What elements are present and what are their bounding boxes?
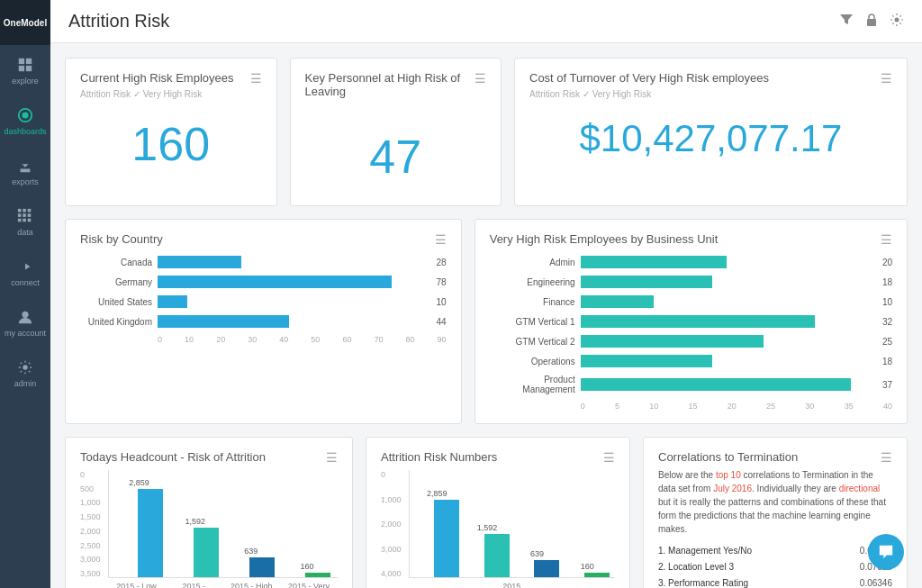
sidebar: OneModel explore dashboards exports data… <box>0 0 50 588</box>
risk-country-menu[interactable]: ☰ <box>435 232 447 247</box>
headcount-menu[interactable]: ☰ <box>326 450 338 465</box>
bar-value: 78 <box>437 277 447 287</box>
bu-bar <box>581 256 728 268</box>
correlations-menu[interactable]: ☰ <box>881 450 892 465</box>
headcount-vbar-val: 160 <box>300 562 313 571</box>
bar-value: 10 <box>437 297 447 307</box>
exports-icon <box>16 157 34 175</box>
sidebar-item-exports[interactable]: exports <box>0 146 50 196</box>
headcount-xlabel: 2015 - Low Risk <box>108 582 166 588</box>
kpi-value-3: $10,427,077.17 <box>529 108 892 169</box>
bar-label: Canada <box>80 258 152 267</box>
kpi-subtitle-1: Attrition Risk ✓ Very High Risk <box>80 89 262 99</box>
kpi-menu-2[interactable]: ☰ <box>475 71 486 86</box>
attrition-vbar-group: 160 <box>565 562 610 577</box>
kpi-value-2: 47 <box>305 121 487 193</box>
kpi-menu-3[interactable]: ☰ <box>881 71 892 86</box>
attrition-vbar-group: 1,592 <box>465 523 510 577</box>
sidebar-item-connect[interactable]: connect <box>0 247 50 297</box>
svg-rect-8 <box>28 208 32 212</box>
bu-chart: Admin 20 Engineering 18 Finance 10 GTM V… <box>490 256 892 394</box>
bu-bar-label: Operations <box>490 357 575 366</box>
kpi-subtitle-2 <box>305 102 487 112</box>
headcount-vbar-group: 160 <box>284 562 330 577</box>
main-content: Attrition Risk Current High Risk Employe… <box>50 0 922 588</box>
bar-label: United States <box>80 297 152 307</box>
risk-country-chart: Canada 28 Germany 78 United States 10 Un… <box>80 256 447 328</box>
svg-point-16 <box>23 365 27 369</box>
bar-label: Germany <box>80 277 152 287</box>
bu-bar-container <box>581 295 873 308</box>
headcount-attrition-card: Todays Headcount - Risk of Attrition ☰ 3… <box>65 437 353 588</box>
sidebar-logo[interactable]: OneModel <box>0 0 50 45</box>
bu-bar-row: Admin 20 <box>490 256 892 268</box>
sidebar-item-my-account[interactable]: my account <box>0 297 50 348</box>
dashboard: Current High Risk Employees ☰ Attrition … <box>50 43 922 588</box>
correlation-item: 2. Location Level 30.07029 <box>658 559 892 575</box>
bar-label: United Kingdom <box>80 317 152 327</box>
bu-bar-value: 32 <box>882 317 892 327</box>
bottom-row: Todays Headcount - Risk of Attrition ☰ 3… <box>65 437 908 588</box>
kpi-value-1: 160 <box>80 108 262 180</box>
bu-bar-label: GTM Vertical 2 <box>490 337 575 347</box>
correlation-item: 1. Management Yes/No0.07933 <box>658 543 892 559</box>
attrition-y-axis: 4,0003,0002,0001,0000 <box>381 470 405 578</box>
bar-container <box>158 256 428 268</box>
attrition-vbar-val: 160 <box>581 562 594 571</box>
attrition-vbar-val: 639 <box>530 549 544 558</box>
grid-icon <box>16 56 34 74</box>
page-title: Attrition Risk <box>68 11 169 32</box>
page-header: Attrition Risk <box>50 0 922 43</box>
attrition-risk-menu[interactable]: ☰ <box>603 450 615 465</box>
headcount-vbar <box>249 557 275 577</box>
svg-rect-0 <box>19 58 24 63</box>
bu-bar-container <box>581 256 873 268</box>
bu-bar-label: Product Management <box>490 375 575 394</box>
attrition-vbar <box>434 500 459 577</box>
svg-point-5 <box>22 112 28 118</box>
bu-bar <box>581 295 654 308</box>
correlations-title: Correlations to Termination <box>658 450 798 464</box>
headcount-vbar <box>138 489 163 577</box>
bar-container <box>158 315 428 328</box>
bu-chart-axis: 0510152025303540 <box>490 402 892 411</box>
bar <box>158 315 289 328</box>
correlation-item: 3. Performance Rating0.06346 <box>658 575 892 588</box>
sidebar-item-dashboards[interactable]: dashboards <box>0 95 50 146</box>
settings-icon[interactable] <box>890 13 904 30</box>
svg-rect-9 <box>18 213 22 217</box>
svg-rect-10 <box>23 213 26 217</box>
bu-bar-value: 37 <box>882 380 892 390</box>
lock-icon[interactable] <box>864 13 879 30</box>
sidebar-item-admin[interactable]: admin <box>0 348 50 398</box>
svg-rect-12 <box>18 218 22 222</box>
filter-icon[interactable] <box>839 13 854 30</box>
sidebar-item-data[interactable]: data <box>0 196 50 247</box>
bar-row: Canada 28 <box>80 256 447 268</box>
bar-container <box>158 295 428 308</box>
attrition-vbar-group: 639 <box>515 549 560 577</box>
bar-value: 44 <box>437 317 447 327</box>
connect-icon <box>16 258 34 276</box>
headcount-y-axis: 3,5003,0002,5002,0001,5001,0005000 <box>80 470 104 578</box>
kpi-high-risk-employees: Current High Risk Employees ☰ Attrition … <box>65 58 277 206</box>
bu-bar-label: Finance <box>490 297 575 307</box>
headcount-title: Todays Headcount - Risk of Attrition <box>80 450 266 464</box>
svg-rect-14 <box>28 218 32 222</box>
attrition-risk-card: Attrition Risk Numbers ☰ 4,0003,0002,000… <box>366 437 630 588</box>
bu-bar-row: GTM Vertical 1 32 <box>490 315 892 328</box>
bu-bar <box>581 378 852 391</box>
bu-chart-title: Very High Risk Employees by Business Uni… <box>490 232 719 246</box>
bar-row: United States 10 <box>80 295 447 308</box>
bu-bar-row: Operations 18 <box>490 355 892 367</box>
bu-bar-label: Admin <box>490 258 575 267</box>
corr-rank-name: 1. Management Yes/No <box>658 543 752 559</box>
kpi-title-3: Cost of Turnover of Very High Risk emplo… <box>529 71 769 85</box>
chat-bubble[interactable] <box>868 534 904 570</box>
kpi-menu-1[interactable]: ☰ <box>250 71 262 86</box>
bar-value: 28 <box>437 258 447 267</box>
svg-rect-11 <box>28 213 32 217</box>
headcount-vbar-chart: 2,859 1,592 639 160 2015 - Low Risk2015 … <box>108 470 338 588</box>
sidebar-item-explore[interactable]: explore <box>0 45 50 95</box>
bu-chart-menu[interactable]: ☰ <box>881 232 892 247</box>
